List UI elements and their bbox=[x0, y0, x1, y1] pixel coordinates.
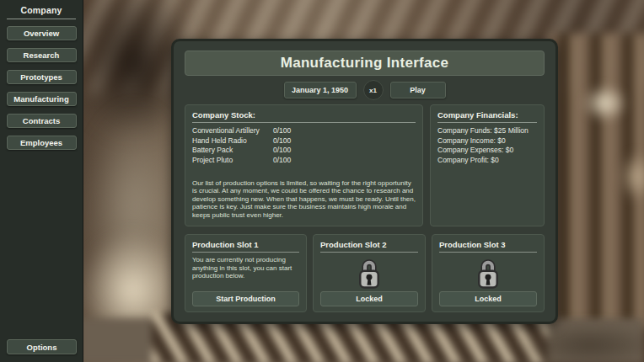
sidebar-item-research[interactable]: Research bbox=[7, 48, 77, 62]
stock-item-name: Hand Held Radio bbox=[192, 136, 273, 146]
stock-row: Hand Held Radio 0/100 bbox=[192, 136, 416, 146]
locked-button[interactable]: Locked bbox=[439, 291, 537, 306]
stock-row: Battery Pack 0/100 bbox=[192, 146, 416, 156]
production-slot-2: Production Slot 2 Locked bbox=[313, 234, 426, 312]
production-slots-row: Production Slot 1 You are currently not … bbox=[185, 234, 545, 312]
production-slot-1: Production Slot 1 You are currently not … bbox=[185, 234, 307, 312]
sidebar-item-employees[interactable]: Employees bbox=[7, 136, 77, 150]
stock-item-name: Battery Pack bbox=[192, 146, 273, 156]
sidebar-item-manufacturing[interactable]: Manufacturing bbox=[7, 92, 77, 106]
background-window-glow-2 bbox=[620, 152, 644, 202]
financial-line-profit: Company Profit: $0 bbox=[437, 156, 537, 166]
page-title: Manufacturing Interface bbox=[281, 55, 449, 72]
background-wall-bands bbox=[548, 34, 644, 328]
stock-item-name: Project Pluto bbox=[192, 156, 273, 166]
company-stock-title: Company Stock: bbox=[192, 110, 416, 123]
production-slot-2-title: Production Slot 2 bbox=[320, 240, 418, 253]
background-floor-shadow bbox=[523, 324, 644, 362]
company-sidebar: Company Overview Research Prototypes Man… bbox=[0, 0, 83, 362]
lock-icon bbox=[439, 256, 537, 291]
speed-badge[interactable]: x1 bbox=[363, 80, 384, 100]
play-button[interactable]: Play bbox=[390, 82, 446, 98]
financial-line-funds: Company Funds: $25 Million bbox=[437, 126, 537, 136]
sidebar-title: Company bbox=[20, 5, 62, 15]
stock-item-qty: 0/100 bbox=[273, 136, 416, 146]
stock-row: Project Pluto 0/100 bbox=[192, 156, 416, 166]
info-row: Company Stock: Conventional Artillery 0/… bbox=[185, 104, 545, 226]
sidebar-item-overview[interactable]: Overview bbox=[7, 26, 77, 40]
time-controls: January 1, 1950 x1 Play bbox=[185, 81, 545, 99]
financial-line-expenses: Company Expenses: $0 bbox=[437, 146, 537, 156]
background-light-spot bbox=[80, 232, 185, 349]
date-button[interactable]: January 1, 1950 bbox=[284, 82, 357, 98]
sidebar-divider bbox=[7, 19, 76, 19]
production-advice-text: Our list of production options is limite… bbox=[192, 179, 416, 221]
panel-title-bar: Manufacturing Interface bbox=[185, 51, 545, 76]
lock-icon bbox=[320, 256, 418, 291]
financial-line-income: Company Income: $0 bbox=[437, 136, 537, 146]
company-financials-panel: Company Financials: Company Funds: $25 M… bbox=[430, 104, 545, 226]
manufacturing-panel: Manufacturing Interface January 1, 1950 … bbox=[171, 39, 558, 324]
background-column bbox=[89, 109, 181, 303]
production-slot-3-title: Production Slot 3 bbox=[439, 240, 537, 253]
background-floor bbox=[80, 318, 644, 362]
stock-item-qty: 0/100 bbox=[273, 126, 416, 136]
sidebar-item-contracts[interactable]: Contracts bbox=[7, 114, 77, 128]
stock-row: Conventional Artillery 0/100 bbox=[192, 126, 416, 136]
background-window-glow bbox=[582, 84, 628, 122]
company-stock-panel: Company Stock: Conventional Artillery 0/… bbox=[185, 104, 423, 226]
production-slot-3: Production Slot 3 Locked bbox=[432, 234, 545, 312]
stock-item-qty: 0/100 bbox=[273, 146, 416, 156]
locked-button[interactable]: Locked bbox=[320, 291, 418, 306]
stock-item-name: Conventional Artillery bbox=[192, 126, 273, 136]
production-slot-1-description: You are currently not producing anything… bbox=[192, 256, 299, 280]
production-slot-1-title: Production Slot 1 bbox=[192, 240, 299, 253]
company-financials-title: Company Financials: bbox=[437, 110, 537, 123]
stock-item-qty: 0/100 bbox=[273, 156, 416, 166]
start-production-button[interactable]: Start Production bbox=[192, 291, 299, 306]
options-button[interactable]: Options bbox=[7, 339, 77, 354]
sidebar-nav: Overview Research Prototypes Manufacturi… bbox=[7, 26, 77, 150]
sidebar-item-prototypes[interactable]: Prototypes bbox=[7, 70, 77, 84]
